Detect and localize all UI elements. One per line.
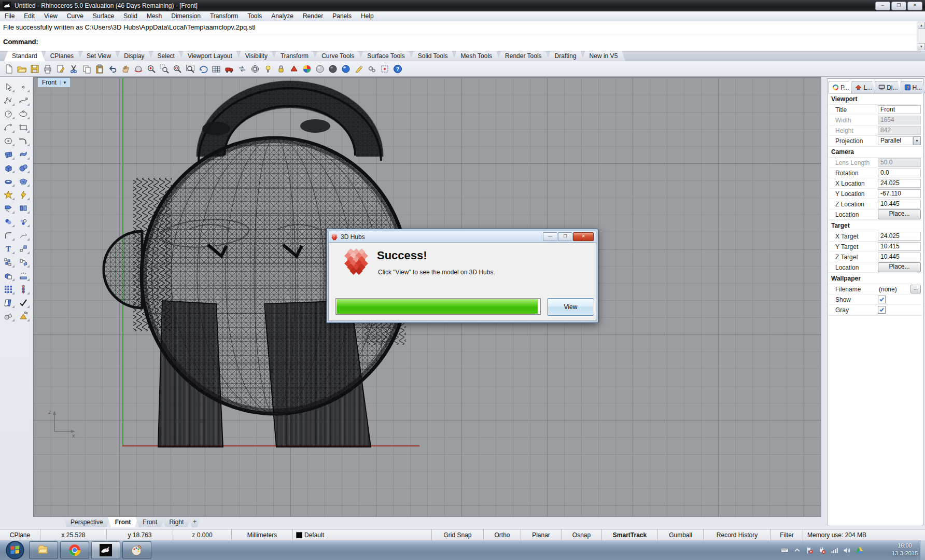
toolbar-button-print[interactable] — [42, 63, 53, 75]
tool-explode[interactable] — [2, 188, 16, 201]
tool-scale[interactable] — [17, 242, 31, 255]
tray-keyboard[interactable] — [780, 546, 789, 555]
tool-arc[interactable] — [2, 121, 16, 134]
toolbar-button-pan-hand[interactable] — [120, 63, 131, 75]
tray-speaker[interactable] — [843, 546, 851, 555]
tray-action-flag[interactable] — [805, 546, 814, 555]
toolbar-button-paste[interactable] — [94, 63, 105, 75]
toolbar-tab-transform[interactable]: Transform — [273, 51, 316, 61]
command-scrollbar[interactable]: ▲ ▼ — [917, 21, 925, 51]
toolbar-button-zoom-dynamic[interactable] — [146, 63, 157, 75]
start-button[interactable] — [5, 540, 25, 560]
panel-tab-properties[interactable]: P... — [829, 81, 852, 93]
tool-polyline[interactable] — [2, 94, 16, 107]
checkbox-show[interactable] — [878, 296, 886, 303]
taskbar-button-paint[interactable] — [122, 541, 151, 559]
property-value[interactable]: -67.110 — [878, 189, 921, 198]
window-close-button[interactable]: ✕ — [907, 2, 922, 10]
status-pane-y-18-763[interactable]: y 18.763 — [107, 529, 173, 541]
toolbar-button-new-document[interactable] — [3, 63, 15, 75]
property-value[interactable]: 50.0 — [878, 158, 921, 167]
status-toggle-filter[interactable]: Filter — [771, 529, 803, 541]
tool-layers[interactable] — [2, 296, 16, 309]
property-value[interactable]: Front — [878, 105, 921, 114]
toolbar-button-zoom-extents[interactable] — [185, 63, 196, 75]
show-desktop-button[interactable] — [920, 540, 925, 560]
tool-check-select[interactable] — [17, 296, 31, 309]
menu-help[interactable]: Help — [356, 12, 379, 20]
toolbar-button-rotate-view[interactable] — [133, 63, 144, 75]
toolbar-button-annotate[interactable] — [55, 63, 66, 75]
panel-tab-help[interactable]: ?H... — [901, 81, 925, 93]
tray-network-signal[interactable] — [830, 546, 839, 555]
toolbar-tab-render-tools[interactable]: Render Tools — [497, 51, 550, 61]
property-value[interactable]: 10.445 — [878, 253, 921, 261]
toolbar-tab-display[interactable]: Display — [116, 51, 152, 61]
taskbar-button-chrome[interactable] — [60, 541, 89, 559]
tool-orient[interactable] — [17, 256, 31, 269]
tray-chevron-up[interactable] — [793, 546, 802, 555]
toolbar-button-blue-sphere-view[interactable] — [340, 63, 352, 75]
toolbar-button-osnap-target[interactable] — [379, 63, 390, 75]
tool-circle[interactable] — [2, 107, 16, 120]
property-value[interactable]: 0.0 — [878, 169, 921, 177]
toolbar-button-shaded-view[interactable] — [288, 63, 300, 75]
chevron-down-icon[interactable]: ▼ — [60, 80, 69, 85]
tool-extrude[interactable] — [17, 269, 31, 282]
toolbar-button-copy[interactable] — [81, 63, 92, 75]
tool-trim[interactable] — [2, 202, 16, 215]
toolbar-button-save[interactable] — [29, 63, 40, 75]
toolbar-tab-standard[interactable]: Standard — [4, 51, 45, 61]
menu-edit[interactable]: Edit — [19, 12, 39, 20]
toolbar-button-wireframe-sphere[interactable] — [249, 63, 261, 75]
tool-text[interactable]: T — [2, 242, 16, 255]
toolbar-tab-solid-tools[interactable]: Solid Tools — [410, 51, 456, 61]
toolbar-button-zoom-selected[interactable] — [172, 63, 183, 75]
dialog-minimize-button[interactable]: — — [543, 232, 557, 241]
tool-extend[interactable] — [17, 229, 31, 242]
dialog-maximize-button[interactable]: ❐ — [558, 232, 572, 241]
viewport-tab-add-button[interactable]: + — [188, 517, 201, 527]
tool-cylinder[interactable] — [2, 175, 16, 188]
toolbar-tab-set-view[interactable]: Set View — [79, 51, 119, 61]
toolbar-tab-new-in-v5[interactable]: New in V5 — [582, 51, 626, 61]
status-toggle-ortho[interactable]: Ortho — [484, 529, 521, 541]
tool-curve-blend[interactable] — [17, 134, 31, 147]
toolbar-button-ghosted-view[interactable] — [327, 63, 339, 75]
toolbar-tab-viewport-layout[interactable]: Viewport Layout — [180, 51, 240, 61]
toolbar-button-undo[interactable] — [107, 63, 118, 75]
status-pane-z-0-000[interactable]: z 0.000 — [173, 529, 232, 541]
tool-surface-loft[interactable] — [17, 148, 31, 161]
taskbar-clock[interactable]: 16:00 13-3-2015 — [892, 542, 918, 557]
toolbar-button-view-undo[interactable] — [198, 63, 209, 75]
status-toggle-record-history[interactable]: Record History — [704, 529, 771, 541]
status-pane-x-25-528[interactable]: x 25.528 — [40, 529, 107, 541]
panel-tab-layers[interactable]: L... — [851, 81, 875, 93]
property-value[interactable]: 10.445 — [878, 200, 921, 208]
scroll-up-icon[interactable]: ▲ — [918, 22, 925, 29]
browse-button[interactable]: ... — [910, 285, 921, 293]
status-pane-millimeters[interactable]: Millimeters — [232, 529, 293, 541]
viewport-title-dropdown[interactable]: Front ▼ — [38, 78, 70, 87]
toolbar-tab-surface-tools[interactable]: Surface Tools — [359, 51, 413, 61]
menu-mesh[interactable]: Mesh — [142, 12, 166, 20]
status-toggle-smarttrack[interactable]: SmartTrack — [602, 529, 658, 541]
menu-file[interactable]: File — [0, 12, 19, 20]
status-pane-cplane[interactable]: CPlane — [0, 529, 40, 541]
status-toggle-planar[interactable]: Planar — [521, 529, 562, 541]
tool-ellipse[interactable] — [17, 107, 31, 120]
tool-box[interactable] — [2, 161, 16, 174]
tool-rectangle[interactable] — [17, 121, 31, 134]
tool-boolean[interactable] — [2, 269, 16, 282]
tool-point[interactable] — [17, 80, 31, 93]
property-value[interactable]: 24.025 — [878, 232, 921, 241]
property-value[interactable]: Parallel — [878, 136, 913, 145]
command-prompt[interactable]: Command: — [3, 38, 38, 46]
menu-surface[interactable]: Surface — [88, 12, 119, 20]
menu-view[interactable]: View — [39, 12, 62, 20]
toolbar-button-open-file[interactable] — [16, 63, 27, 75]
property-value[interactable]: 24.025 — [878, 179, 921, 188]
tool-pointer[interactable] — [2, 80, 16, 93]
status-toggle-grid-snap[interactable]: Grid Snap — [432, 529, 484, 541]
tool-polygon[interactable] — [2, 134, 16, 147]
